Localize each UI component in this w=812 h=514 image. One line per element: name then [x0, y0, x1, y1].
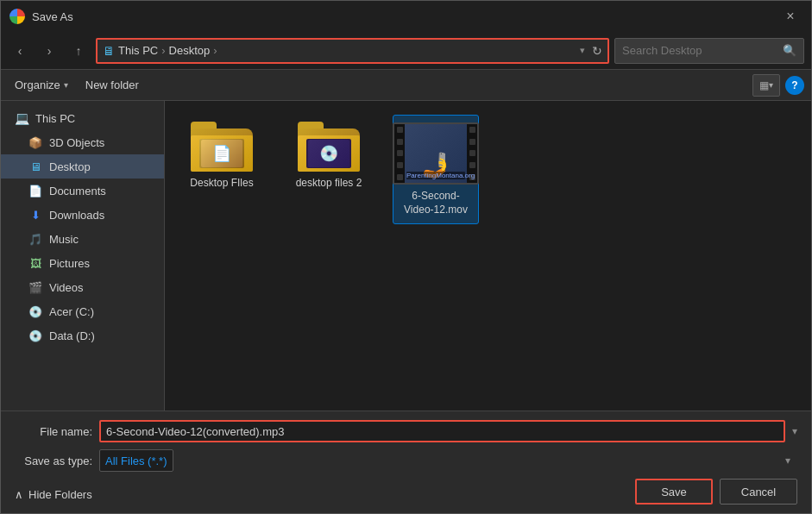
save-as-type-row: Save as type: All Files (*.*) — [15, 449, 797, 472]
sidebar-label-downloads: Downloads — [49, 209, 104, 222]
help-button[interactable]: ? — [785, 76, 804, 95]
file-name-row: File name: ▾ — [15, 420, 797, 442]
pictures-icon: 🖼 — [28, 256, 42, 270]
music-icon: 🎵 — [28, 232, 42, 246]
up-button[interactable]: ↑ — [66, 39, 91, 63]
sidebar-item-acer[interactable]: 💿 Acer (C:) — [1, 299, 164, 323]
organize-chevron-icon: ▾ — [64, 80, 68, 90]
forward-button[interactable]: › — [37, 39, 61, 63]
file-label-video: 6-Second-Video-12.mov — [400, 190, 471, 216]
acer-icon: 💿 — [28, 304, 42, 318]
sidebar-label-music: Music — [49, 233, 79, 246]
address-dropdown-icon[interactable]: ▾ — [580, 45, 585, 56]
file-area: 📄 Desktop FIles 💿 — [165, 101, 811, 411]
downloads-icon: ⬇ — [28, 208, 42, 222]
sidebar-item-music[interactable]: 🎵 Music — [1, 227, 164, 251]
address-refresh-icon[interactable]: ↻ — [592, 44, 602, 58]
sidebar-label-desktop: Desktop — [49, 160, 91, 173]
view-button[interactable]: ▦ ▾ — [752, 74, 780, 97]
address-desktop: Desktop — [169, 44, 211, 57]
bottom-buttons: ∧ Hide Folders Save Cancel — [15, 479, 797, 505]
save-as-dialog: Save As × ‹ › ↑ 🖥 This PC › Desktop › ▾ … — [0, 0, 812, 514]
file-item-desktop-files[interactable]: 📄 Desktop FIles — [179, 115, 265, 224]
sidebar-item-downloads[interactable]: ⬇ Downloads — [1, 203, 164, 227]
folder-icon-1: 📄 — [191, 122, 253, 172]
sidebar-label-this-pc: This PC — [35, 112, 75, 125]
organize-label: Organize — [15, 78, 60, 91]
sidebar-item-documents[interactable]: 📄 Documents — [1, 179, 164, 203]
folder-icon-2: 💿 — [298, 122, 360, 172]
video-url-overlay: ParentingMontana.org — [406, 172, 465, 179]
data-icon: 💿 — [28, 329, 42, 342]
sidebar-item-videos[interactable]: 🎬 Videos — [1, 275, 164, 299]
sidebar-label-3d: 3D Objects — [49, 136, 104, 149]
search-box: 🔍 — [614, 38, 804, 64]
toolbar: Organize ▾ New folder ▦ ▾ ? — [1, 70, 811, 101]
toolbar-right: ▦ ▾ ? — [752, 74, 804, 97]
title-bar-left: Save As — [9, 9, 73, 24]
sidebar-label-acer: Acer (C:) — [49, 305, 94, 318]
sidebar-item-this-pc[interactable]: 💻 This PC — [1, 106, 164, 130]
address-path: 🖥 This PC › Desktop › — [103, 44, 576, 58]
new-folder-label: New folder — [85, 78, 139, 91]
file-name-input[interactable] — [99, 420, 785, 442]
bottom-area: File name: ▾ Save as type: All Files (*.… — [1, 411, 811, 513]
save-as-type-select[interactable]: All Files (*.*) — [99, 449, 173, 472]
docs-icon: 📄 — [28, 184, 42, 197]
address-icon: 🖥 — [103, 44, 115, 58]
file-label-desktop-files: Desktop FIles — [190, 177, 253, 191]
hide-folders-label: Hide Folders — [28, 488, 92, 501]
app-icon — [9, 9, 25, 24]
sidebar-item-3d-objects[interactable]: 📦 3D Objects — [1, 130, 164, 154]
back-button[interactable]: ‹ — [8, 39, 32, 63]
address-box[interactable]: 🖥 This PC › Desktop › ▾ ↻ — [96, 38, 609, 64]
sidebar-item-pictures[interactable]: 🖼 Pictures — [1, 251, 164, 275]
file-label-desktop-files-2: desktop files 2 — [296, 177, 362, 191]
sidebar: 💻 This PC 📦 3D Objects 🖥 Desktop 📄 Docum… — [1, 101, 165, 411]
sidebar-item-desktop[interactable]: 🖥 Desktop — [1, 154, 164, 179]
address-bar-row: ‹ › ↑ 🖥 This PC › Desktop › ▾ ↻ 🔍 — [1, 32, 811, 70]
sidebar-item-data[interactable]: 💿 Data (D:) — [1, 323, 164, 348]
dialog-title: Save As — [32, 10, 73, 23]
3d-icon: 📦 — [28, 135, 42, 149]
file-name-label: File name: — [15, 425, 92, 438]
save-button[interactable]: Save — [635, 479, 713, 505]
sep1: › — [161, 44, 165, 57]
hide-folders-button[interactable]: ∧ Hide Folders — [15, 479, 92, 505]
file-item-desktop-files-2[interactable]: 💿 desktop files 2 — [286, 115, 372, 224]
video-thumbnail: 🤳 ParentingMontana.org — [393, 122, 479, 185]
save-as-type-wrapper: All Files (*.*) — [99, 449, 797, 472]
organize-button[interactable]: Organize ▾ — [8, 75, 75, 95]
file-item-video[interactable]: 🤳 ParentingMontana.org 6-Second-Video-12… — [393, 115, 479, 224]
sidebar-label-pictures: Pictures — [49, 257, 90, 270]
view-chevron-icon: ▾ — [769, 80, 773, 90]
filename-chevron-icon: ▾ — [792, 425, 797, 437]
save-as-type-label: Save as type: — [15, 454, 92, 467]
sidebar-label-videos: Videos — [49, 281, 84, 294]
desktop-icon: 🖥 — [28, 160, 42, 173]
videos-icon: 🎬 — [28, 280, 42, 294]
search-input[interactable] — [622, 44, 777, 57]
sep2: › — [213, 44, 217, 57]
view-icon: ▦ — [759, 79, 769, 91]
cancel-button[interactable]: Cancel — [720, 479, 797, 505]
search-icon: 🔍 — [783, 44, 796, 57]
new-folder-button[interactable]: New folder — [79, 75, 146, 95]
sidebar-label-documents: Documents — [49, 185, 106, 197]
sidebar-label-data: Data (D:) — [49, 329, 95, 342]
title-bar: Save As × — [1, 1, 811, 32]
pc-icon: 💻 — [15, 111, 28, 125]
close-button[interactable]: × — [778, 4, 803, 28]
address-thispc: This PC — [118, 44, 158, 57]
hide-folders-icon: ∧ — [15, 488, 23, 501]
main-area: 💻 This PC 📦 3D Objects 🖥 Desktop 📄 Docum… — [1, 101, 811, 411]
